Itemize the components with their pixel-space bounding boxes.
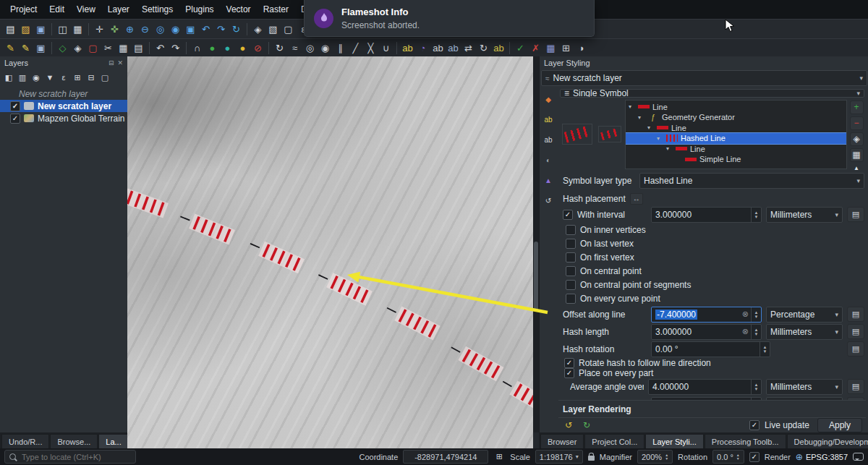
rotate-hash-row[interactable]: Rotate hash to follow line direction xyxy=(558,358,866,368)
open-project-icon[interactable]: ▨ xyxy=(18,22,33,37)
message-log-icon[interactable] xyxy=(853,453,864,461)
collapse-all-icon[interactable]: ⊟ xyxy=(85,71,98,84)
scrollbar-thumb[interactable] xyxy=(534,242,538,311)
locator-bar[interactable] xyxy=(4,450,136,464)
redo-icon[interactable]: ↷ xyxy=(168,40,183,56)
place-every-part-checkbox[interactable] xyxy=(564,368,574,378)
placement-option[interactable]: On inner vertices xyxy=(558,223,866,237)
cut-features-icon[interactable]: ✂ xyxy=(101,40,116,56)
dock-tab[interactable]: Layer Styli... xyxy=(645,434,704,448)
symbol-tree-item[interactable]: ▾ƒGeometry Generator xyxy=(626,112,846,123)
delete-selected-icon[interactable]: ▢ xyxy=(85,40,101,56)
toggle-editing-icon[interactable]: ✎ xyxy=(18,40,33,56)
menu-project[interactable]: Project xyxy=(4,1,43,17)
identify-features-icon[interactable]: ◈ xyxy=(250,22,265,37)
zoom-to-layer-icon[interactable]: ▣ xyxy=(183,22,198,37)
lock-color-icon[interactable]: ◈ xyxy=(850,132,864,146)
render-checkbox[interactable] xyxy=(749,452,760,462)
zoom-next-icon[interactable]: ↷ xyxy=(213,22,229,37)
float-panel-icon[interactable]: ⊟ xyxy=(109,59,114,67)
symbol-tree-item[interactable]: ▾Line xyxy=(626,144,846,155)
data-defined-override-button[interactable]: ▤ xyxy=(847,379,864,394)
pin-labels-icon[interactable]: ab xyxy=(430,40,446,56)
rotation-input[interactable]: 0.0 ° ▲▼ xyxy=(712,450,744,464)
layer-visibility-checkbox[interactable]: ✓ xyxy=(10,114,20,124)
close-panel-icon[interactable]: ✕ xyxy=(117,59,123,67)
placement-option[interactable]: On central point of segments xyxy=(558,278,866,292)
add-ring-icon[interactable]: ◎ xyxy=(302,40,318,56)
add-feature-icon[interactable]: ◇ xyxy=(55,40,70,56)
dock-tab[interactable]: La... xyxy=(98,434,128,448)
layout-manager-icon[interactable]: ▦ xyxy=(70,22,85,37)
callouts-tab-icon[interactable]: ab xyxy=(542,133,556,147)
scale-combo[interactable]: 1:198176▾ xyxy=(535,450,583,464)
save-project-icon[interactable]: ▣ xyxy=(33,22,48,37)
hash-length-unit-combo[interactable]: Millimeters▾ xyxy=(766,324,843,340)
placement-option[interactable]: On central point xyxy=(558,265,866,278)
dock-tab[interactable]: Debugging/Development To... xyxy=(787,434,868,448)
fill-ring-icon[interactable]: ◉ xyxy=(318,40,333,56)
data-defined-override-button[interactable]: ▤ xyxy=(847,307,864,322)
manage-themes-icon[interactable]: ◉ xyxy=(30,71,43,84)
expand-all-icon[interactable]: ⊞ xyxy=(71,71,84,84)
hash-rotation-input[interactable]: 0.00 ° ▲▼ xyxy=(651,341,770,357)
offset-curve-icon[interactable]: ∥ xyxy=(333,40,348,56)
vertex-tool-icon[interactable]: ◈ xyxy=(70,40,85,56)
data-defined-override-button[interactable]: ▤ xyxy=(847,341,864,357)
symbol-tree-item[interactable]: ▾Hashed Line xyxy=(626,133,846,144)
spinner-arrows[interactable]: ▲▼ xyxy=(751,380,761,394)
average-angle-unit-combo[interactable]: Millimeters▾ xyxy=(766,379,843,395)
highlight-labels-icon[interactable]: ab xyxy=(446,40,461,56)
snapping-icon[interactable]: ∩ xyxy=(190,40,205,56)
menu-plugins[interactable]: Plugins xyxy=(179,1,219,17)
styling-scrollbar[interactable] xyxy=(533,56,539,432)
filter-by-expression-icon[interactable]: ε xyxy=(57,71,70,84)
checkbox[interactable] xyxy=(566,225,576,235)
current-edits-icon[interactable]: ✎ xyxy=(3,40,18,56)
notification-toast[interactable]: Flameshot Info Screenshot aborted. xyxy=(304,0,595,37)
topology-checker-icon[interactable]: ✗ xyxy=(528,40,543,56)
refresh-map-icon[interactable]: ↻ xyxy=(229,22,244,37)
rotate-hash-checkbox[interactable] xyxy=(564,358,574,368)
spinner-arrows[interactable]: ▲▼ xyxy=(751,325,761,339)
rotate-label-icon[interactable]: ↻ xyxy=(476,40,491,56)
simplify-feature-icon[interactable]: ≈ xyxy=(287,40,302,56)
symbology-tab-icon[interactable]: ◆ xyxy=(542,93,556,106)
locate-input[interactable] xyxy=(20,452,131,462)
add-symbol-layer-icon[interactable]: + xyxy=(850,101,864,114)
crs-button[interactable]: ⊕ EPSG:3857 xyxy=(796,452,848,462)
zoom-full-icon[interactable]: ◎ xyxy=(153,22,168,37)
symbol-layer-type-combo[interactable]: Hashed Line ▾ xyxy=(639,173,864,189)
zoom-last-icon[interactable]: ↶ xyxy=(198,22,213,37)
spinner-arrows[interactable]: ▲▼ xyxy=(751,307,761,322)
new-project-icon[interactable]: ▤ xyxy=(3,22,18,37)
dock-tab[interactable]: Project Col... xyxy=(584,434,644,448)
menu-settings[interactable]: Settings xyxy=(136,1,179,17)
mesh-calculator-icon[interactable]: ▦ xyxy=(543,40,558,56)
dock-tab[interactable]: Processing Toolb... xyxy=(705,434,786,448)
move-symbol-up-icon[interactable]: ▲ xyxy=(851,164,861,172)
georeferencer-icon[interactable]: ⊞ xyxy=(558,40,574,56)
layer-rendering-header[interactable]: Layer Rendering xyxy=(558,400,866,417)
layer-diagram-icon[interactable]: ◔ xyxy=(415,40,430,56)
spinner-arrows[interactable]: ▲▼ xyxy=(760,342,770,357)
remove-symbol-layer-icon[interactable]: − xyxy=(850,116,864,130)
checkbox[interactable] xyxy=(566,239,576,249)
tracing-icon[interactable]: ● xyxy=(205,40,220,56)
hash-length-input[interactable]: 3.000000 ⊗ ▲▼ xyxy=(651,324,762,340)
map-canvas[interactable] xyxy=(127,56,533,448)
duplicate-symbol-layer-icon[interactable]: ▦ xyxy=(850,148,864,162)
pan-to-selection-icon[interactable]: ✜ xyxy=(107,22,122,37)
add-group-icon[interactable]: ▥ xyxy=(16,71,29,84)
symbol-preview[interactable] xyxy=(598,126,621,142)
layer-labeling-icon[interactable]: ab xyxy=(400,40,415,56)
symbology-undo-icon[interactable]: ↺ xyxy=(562,419,575,432)
change-label-icon[interactable]: ab xyxy=(491,40,506,56)
split-features-icon[interactable]: ╳ xyxy=(363,40,378,56)
with-interval-unit-combo[interactable]: Millimeters▾ xyxy=(766,207,843,223)
layer-item[interactable]: New scratch layer xyxy=(0,88,127,100)
dock-tab[interactable]: Undo/R... xyxy=(1,434,49,448)
lock-scale-icon[interactable] xyxy=(588,456,595,461)
layer-item[interactable]: ✓New scratch layer xyxy=(0,100,127,112)
live-update-checkbox[interactable] xyxy=(749,420,760,430)
